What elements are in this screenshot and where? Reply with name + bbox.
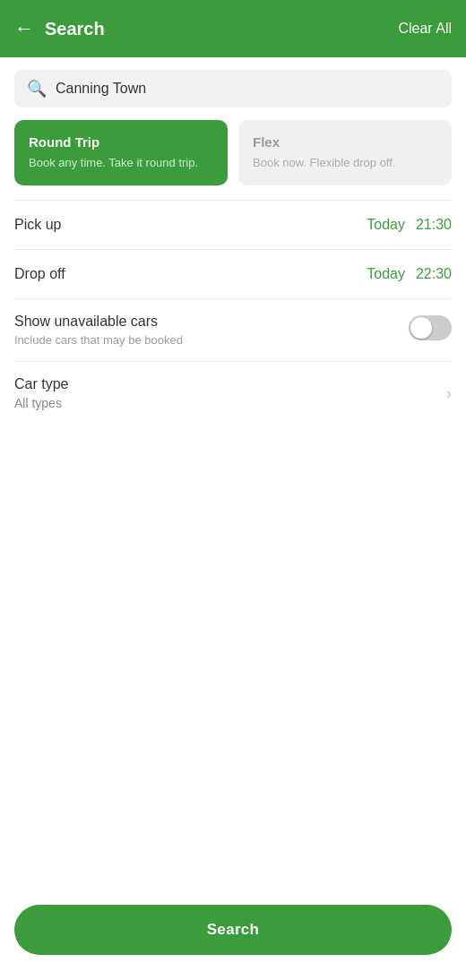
header: ← Search Clear All <box>0 0 466 57</box>
pick-up-row[interactable]: Pick up Today 21:30 <box>0 201 466 249</box>
flex-card[interactable]: Flex Book now. Flexible drop off. <box>238 120 452 185</box>
location-input[interactable] <box>56 81 439 97</box>
spacer <box>0 425 466 890</box>
drop-off-label: Drop off <box>14 266 65 282</box>
car-type-label: Car type <box>14 376 68 392</box>
pick-up-label: Pick up <box>14 217 61 233</box>
toggle-knob <box>410 317 432 339</box>
search-button[interactable]: Search <box>14 905 452 955</box>
page-title: Search <box>45 19 105 39</box>
pick-up-time: 21:30 <box>416 217 452 233</box>
chevron-right-icon: › <box>446 384 452 403</box>
round-trip-subtitle: Book any time. Take it round trip. <box>29 155 213 171</box>
pick-up-values: Today 21:30 <box>367 217 452 233</box>
toggle-row: Show unavailable cars Include cars that … <box>14 314 452 347</box>
car-type-value: All types <box>14 396 68 410</box>
car-type-row[interactable]: Car type All types › <box>0 362 466 425</box>
trip-type-cards: Round Trip Book any time. Take it round … <box>0 120 466 200</box>
drop-off-values: Today 22:30 <box>367 266 452 282</box>
car-type-text-group: Car type All types <box>14 376 68 410</box>
toggle-text: Show unavailable cars Include cars that … <box>14 314 409 347</box>
bottom-bar: Search <box>0 890 466 980</box>
unavailable-cars-label: Show unavailable cars <box>14 314 394 330</box>
drop-off-day: Today <box>367 266 405 282</box>
flex-title: Flex <box>253 134 437 150</box>
pick-up-day: Today <box>367 217 405 233</box>
drop-off-time: 22:30 <box>416 266 452 282</box>
search-icon: 🔍 <box>27 79 47 99</box>
clear-all-button[interactable]: Clear All <box>398 21 452 37</box>
round-trip-title: Round Trip <box>29 134 213 150</box>
search-bar-container: 🔍 <box>0 57 466 120</box>
unavailable-cars-section: Show unavailable cars Include cars that … <box>0 299 466 361</box>
drop-off-row[interactable]: Drop off Today 22:30 <box>0 250 466 298</box>
search-bar[interactable]: 🔍 <box>14 70 452 107</box>
back-button[interactable]: ← <box>14 17 34 40</box>
round-trip-card[interactable]: Round Trip Book any time. Take it round … <box>14 120 228 185</box>
unavailable-cars-toggle[interactable] <box>409 315 452 340</box>
flex-subtitle: Book now. Flexible drop off. <box>253 155 437 171</box>
header-left: ← Search <box>14 17 105 40</box>
unavailable-cars-sublabel: Include cars that may be booked <box>14 333 394 347</box>
